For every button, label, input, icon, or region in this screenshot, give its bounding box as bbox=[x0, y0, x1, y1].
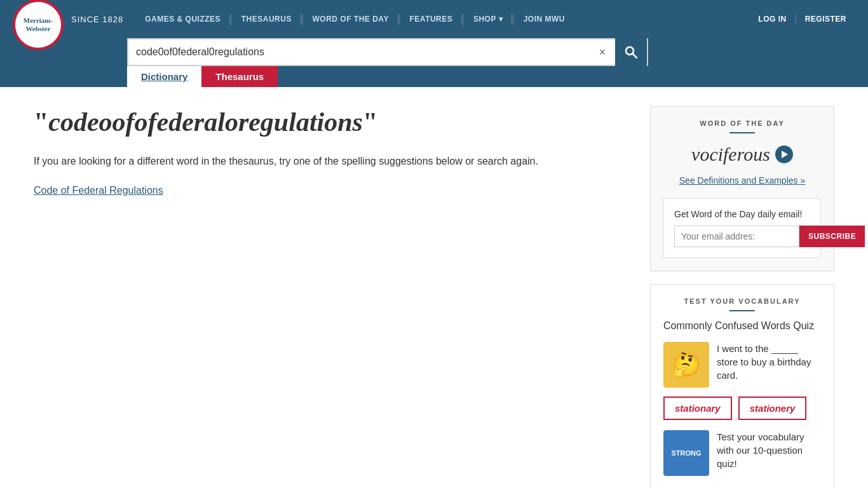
second-quiz-text: Test your vocabulary with our 10-questio… bbox=[717, 430, 821, 470]
search-submit-button[interactable] bbox=[615, 38, 647, 66]
close-quote: " bbox=[363, 107, 377, 137]
subscribe-button[interactable]: SUBSCRIBE bbox=[799, 226, 865, 247]
register-link[interactable]: REGISTER bbox=[796, 15, 855, 24]
quiz-row-2: STRONG Test your vocabulary with our 10-… bbox=[663, 430, 821, 476]
nav-features[interactable]: FEATURES bbox=[401, 15, 463, 24]
quiz-option-stationary[interactable]: stationary bbox=[663, 396, 732, 420]
heading-word: codeoofofederaloregulations bbox=[48, 107, 363, 137]
quiz-image-emoji: 🤔 bbox=[663, 342, 709, 388]
email-row: SUBSCRIBE bbox=[674, 226, 810, 247]
no-results-text: If you are looking for a different word … bbox=[34, 153, 631, 170]
see-definitions-arrow: » bbox=[800, 175, 805, 186]
tab-dictionary[interactable]: Dictionary bbox=[127, 66, 201, 87]
nav-join-mwu[interactable]: JOIN MWU bbox=[515, 15, 574, 24]
search-term-heading: "codeoofofederaloregulations" bbox=[34, 106, 631, 138]
vocab-label: TEST YOUR VOCABULARY bbox=[663, 297, 821, 305]
quiz-question: I went to the _____ store to buy a birth… bbox=[717, 342, 821, 382]
nav-word-of-day[interactable]: WORD OF THE DAY bbox=[304, 15, 398, 24]
search-icon bbox=[625, 46, 637, 58]
header-top: Merriam-Webster SINCE 1828 GAMES & QUIZZ… bbox=[0, 0, 868, 38]
wotd-label: WORD OF THE DAY bbox=[663, 119, 821, 127]
tab-thesaurus[interactable]: Thesaurus bbox=[201, 66, 278, 87]
wotd-card: WORD OF THE DAY vociferous See Definitio… bbox=[650, 106, 834, 271]
wotd-word-text: vociferous bbox=[691, 144, 770, 165]
see-definitions-link[interactable]: See Definitions and Examples » bbox=[663, 175, 821, 186]
since-text: SINCE 1828 bbox=[71, 15, 123, 24]
main-nav: GAMES & QUIZZES | THESAURUS | WORD OF TH… bbox=[136, 13, 736, 26]
search-input[interactable] bbox=[128, 46, 590, 58]
email-promo: Get Word of the Day daily email! SUBSCRI… bbox=[663, 198, 821, 258]
nav-shop[interactable]: SHOP ▾ bbox=[465, 15, 512, 24]
audio-play-icon[interactable] bbox=[775, 146, 793, 163]
login-link[interactable]: LOG IN bbox=[749, 15, 796, 24]
quiz-option-stationery[interactable]: stationery bbox=[738, 396, 807, 420]
search-bar: × bbox=[0, 38, 868, 66]
vocab-divider bbox=[729, 310, 755, 311]
wotd-word: vociferous bbox=[663, 144, 821, 165]
quiz-row-1: 🤔 I went to the _____ store to buy a bir… bbox=[663, 342, 821, 388]
suggestion-link[interactable]: Code of Federal Regulations bbox=[34, 185, 163, 196]
search-clear-button[interactable]: × bbox=[590, 38, 615, 66]
nav-thesaurus[interactable]: THESAURUS bbox=[233, 15, 301, 24]
vocab-card: TEST YOUR VOCABULARY Commonly Confused W… bbox=[650, 284, 834, 488]
main-layout: "codeoofofederaloregulations" If you are… bbox=[21, 87, 847, 488]
wotd-divider bbox=[729, 132, 755, 133]
vocab-quiz-title: Commonly Confused Words Quiz bbox=[663, 320, 821, 332]
email-input[interactable] bbox=[674, 226, 799, 247]
sidebar: WORD OF THE DAY vociferous See Definitio… bbox=[650, 106, 834, 488]
nav-games-quizzes[interactable]: GAMES & QUIZZES bbox=[136, 15, 230, 24]
content-area: "codeoofofederaloregulations" If you are… bbox=[34, 106, 631, 488]
logo-text: Merriam-Webster bbox=[24, 17, 53, 33]
see-definitions-text: See Definitions and Examples bbox=[679, 175, 798, 186]
tabs-bar: Dictionary Thesaurus bbox=[0, 66, 868, 87]
quiz-emoji: 🤔 bbox=[672, 351, 701, 378]
svg-line-1 bbox=[633, 54, 637, 58]
quiz-options: stationary stationery bbox=[663, 396, 821, 420]
auth-nav: LOG IN REGISTER bbox=[749, 15, 855, 24]
search-container: × bbox=[127, 38, 648, 66]
open-quote: " bbox=[34, 107, 48, 137]
email-promo-text: Get Word of the Day daily email! bbox=[674, 209, 810, 219]
logo[interactable]: Merriam-Webster bbox=[13, 0, 64, 50]
quiz-strong-text: STRONG bbox=[671, 449, 701, 457]
quiz-image-strong: STRONG bbox=[663, 430, 709, 476]
